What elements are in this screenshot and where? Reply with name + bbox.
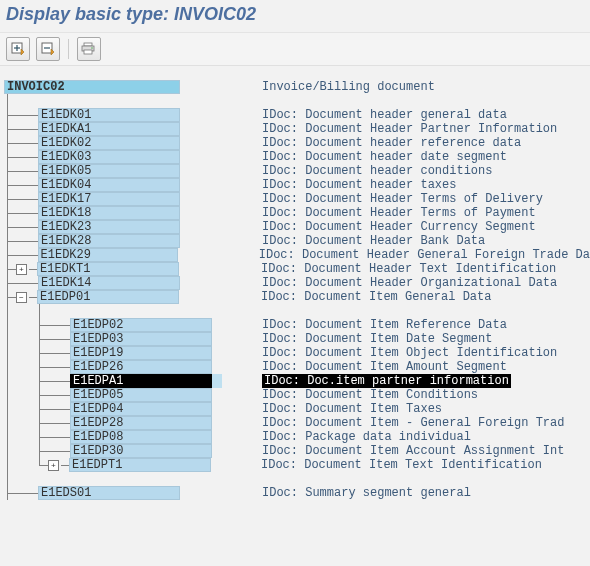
segment-desc: IDoc: Document Item - General Foreign Tr… (262, 416, 564, 430)
tree-root-row[interactable]: INVOIC02 Invoice/Billing document (0, 80, 590, 94)
tree-row[interactable]: E1EDK28IDoc: Document Header Bank Data (0, 234, 590, 248)
segment-label: E1EDK04 (38, 178, 180, 192)
tree-line (0, 472, 590, 486)
segment-label: INVOIC02 (4, 80, 180, 94)
segment-label: E1EDP03 (70, 332, 212, 346)
svg-point-10 (91, 47, 93, 49)
segment-desc: IDoc: Summary segment general (262, 486, 471, 500)
segment-desc: IDoc: Document Header Partner Informatio… (262, 122, 557, 136)
segment-label: E1EDP01 (37, 290, 179, 304)
tree-row[interactable]: E1EDP04IDoc: Document Item Taxes (0, 402, 590, 416)
tree-row[interactable]: E1EDK17IDoc: Document Header Terms of De… (0, 192, 590, 206)
tree-row[interactable]: E1EDP26IDoc: Document Item Amount Segmen… (0, 360, 590, 374)
toolbar-separator (68, 39, 69, 59)
segment-desc: IDoc: Document Item Date Segment (262, 332, 492, 346)
tree-row[interactable]: E1EDP05IDoc: Document Item Conditions (0, 388, 590, 402)
segment-label: E1EDK01 (38, 108, 180, 122)
segment-desc: Invoice/Billing document (262, 80, 435, 94)
svg-rect-7 (84, 43, 92, 46)
tree-row[interactable]: +E1EDKT1IDoc: Document Header Text Ident… (0, 262, 590, 276)
segment-desc: IDoc: Document Header Currency Segment (262, 220, 536, 234)
tree-row[interactable]: −E1EDP01IDoc: Document Item General Data (0, 290, 590, 304)
segment-desc: IDoc: Document Item Reference Data (262, 318, 507, 332)
tree-row[interactable]: E1EDPA1IDoc: Doc.item partner informatio… (0, 374, 590, 388)
segment-desc: IDoc: Document Item Conditions (262, 388, 478, 402)
segment-desc: IDoc: Document header date segment (262, 150, 507, 164)
segment-desc: IDoc: Package data individual (262, 430, 471, 444)
tree-row[interactable]: E1EDK23IDoc: Document Header Currency Se… (0, 220, 590, 234)
tree-row[interactable]: E1EDK02IDoc: Document header reference d… (0, 136, 590, 150)
tree-row[interactable]: E1EDK01IDoc: Document header general dat… (0, 108, 590, 122)
tree-row[interactable]: E1EDK04IDoc: Document header taxes (0, 178, 590, 192)
segment-desc: IDoc: Document Item Text Identification (261, 458, 542, 472)
segment-desc: IDoc: Document Header Organizational Dat… (262, 276, 557, 290)
expand-icon[interactable]: + (16, 264, 27, 275)
tree-row[interactable]: E1EDKA1IDoc: Document Header Partner Inf… (0, 122, 590, 136)
segment-desc: IDoc: Document Header Terms of Payment (262, 206, 536, 220)
segment-label: E1EDP28 (70, 416, 212, 430)
segment-desc: IDoc: Document Item Amount Segment (262, 360, 507, 374)
tree-row[interactable]: E1EDP30IDoc: Document Item Account Assig… (0, 444, 590, 458)
tree-row[interactable]: E1EDK18IDoc: Document Header Terms of Pa… (0, 206, 590, 220)
tree-line (0, 94, 590, 108)
toolbar (0, 32, 590, 66)
segment-desc: IDoc: Document header taxes (262, 178, 456, 192)
expand-all-button[interactable] (6, 37, 30, 61)
segment-desc: IDoc: Document header conditions (262, 164, 492, 178)
segment-desc: IDoc: Document Header General Foreign Tr… (259, 248, 590, 262)
segment-label: E1EDK23 (38, 220, 180, 234)
segment-label: E1EDP08 (70, 430, 212, 444)
tree-area: INVOIC02 Invoice/Billing document E1EDK0… (0, 66, 590, 500)
segment-label: E1EDPT1 (69, 458, 211, 472)
segment-label: E1EDP30 (70, 444, 212, 458)
segment-desc: IDoc: Document Item Account Assignment I… (262, 444, 564, 458)
tree-row[interactable]: +E1EDPT1IDoc: Document Item Text Identif… (0, 458, 590, 472)
segment-label: E1EDK28 (38, 234, 180, 248)
segment-label: E1EDPA1 (70, 374, 212, 388)
collapse-all-button[interactable] (36, 37, 60, 61)
svg-rect-9 (84, 50, 92, 54)
tree-row[interactable]: E1EDK14IDoc: Document Header Organizatio… (0, 276, 590, 290)
tree-row[interactable]: E1EDP02IDoc: Document Item Reference Dat… (0, 318, 590, 332)
tree-row[interactable]: E1EDP03IDoc: Document Item Date Segment (0, 332, 590, 346)
segment-desc: IDoc: Doc.item partner information (262, 374, 511, 388)
tree-row[interactable]: E1EDP28IDoc: Document Item - General For… (0, 416, 590, 430)
expand-icon[interactable]: + (48, 460, 59, 471)
tree-line (0, 304, 590, 318)
segment-desc: IDoc: Document Header Bank Data (262, 234, 485, 248)
tree-row[interactable]: E1EDK05IDoc: Document header conditions (0, 164, 590, 178)
segment-label: E1EDK29 (38, 248, 178, 262)
segment-label: E1EDP02 (70, 318, 212, 332)
segment-desc: IDoc: Document Item General Data (261, 290, 491, 304)
segment-desc: IDoc: Document header general data (262, 108, 507, 122)
tree-row[interactable]: E1EDP19IDoc: Document Item Object Identi… (0, 346, 590, 360)
segment-desc: IDoc: Document Item Taxes (262, 402, 442, 416)
segment-desc: IDoc: Document header reference data (262, 136, 521, 150)
tree-row[interactable]: E1EDK29IDoc: Document Header General For… (0, 248, 590, 262)
printer-icon (81, 42, 97, 56)
segment-label: E1EDK03 (38, 150, 180, 164)
segment-label: E1EDK17 (38, 192, 180, 206)
segment-label: E1EDKA1 (38, 122, 180, 136)
segment-label: E1EDK02 (38, 136, 180, 150)
segment-label: E1EDP19 (70, 346, 212, 360)
segment-label: E1EDP26 (70, 360, 212, 374)
segment-label: E1EDK14 (38, 276, 180, 290)
segment-label: E1EDP04 (70, 402, 212, 416)
segment-label: E1EDK18 (38, 206, 180, 220)
tree-row[interactable]: E1EDS01 IDoc: Summary segment general (0, 486, 590, 500)
collapse-icon (41, 42, 55, 56)
segment-label: E1EDS01 (38, 486, 180, 500)
tree-row[interactable]: E1EDK03IDoc: Document header date segmen… (0, 150, 590, 164)
segment-label: E1EDK05 (38, 164, 180, 178)
segment-desc: IDoc: Document Header Terms of Delivery (262, 192, 543, 206)
expand-icon (11, 42, 25, 56)
tree-row[interactable]: E1EDP08IDoc: Package data individual (0, 430, 590, 444)
page-title: Display basic type: INVOIC02 (0, 0, 590, 32)
print-button[interactable] (77, 37, 101, 61)
segment-desc: IDoc: Document Header Text Identificatio… (261, 262, 556, 276)
collapse-icon[interactable]: − (16, 292, 27, 303)
segment-desc: IDoc: Document Item Object Identificatio… (262, 346, 557, 360)
segment-label: E1EDP05 (70, 388, 212, 402)
segment-label: E1EDKT1 (37, 262, 179, 276)
